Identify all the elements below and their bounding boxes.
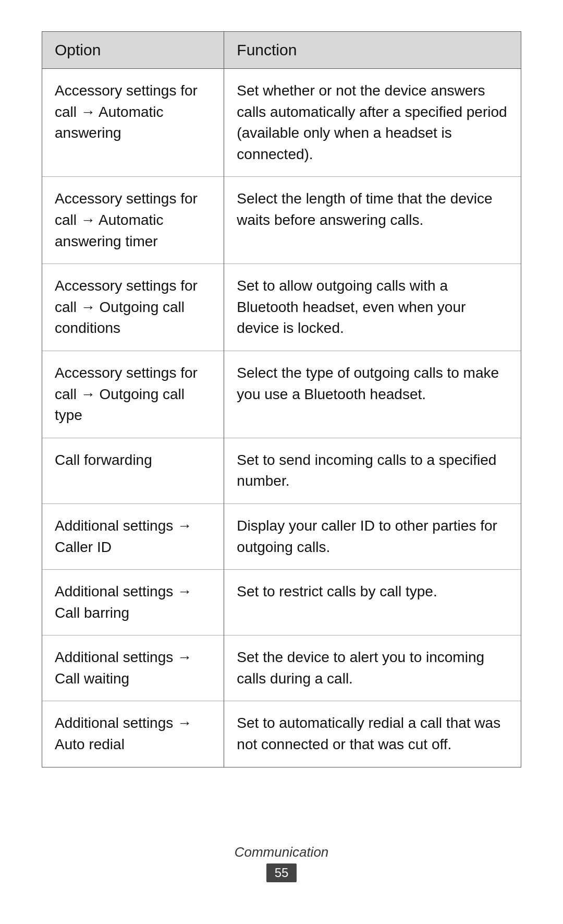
cell-option: Call forwarding (42, 438, 224, 503)
header-function: Function (224, 32, 521, 69)
cell-function: Set the device to alert you to incoming … (224, 635, 521, 701)
table-row: Accessory settings for call → Automatic … (42, 69, 521, 177)
page-footer: Communication 55 (42, 813, 521, 882)
cell-option: Additional settings → Caller ID (42, 503, 224, 569)
cell-function: Select the length of time that the devic… (224, 177, 521, 264)
cell-function: Set to automatically redial a call that … (224, 701, 521, 767)
table-row: Accessory settings for call → Outgoing c… (42, 351, 521, 438)
cell-option: Accessory settings for call → Outgoing c… (42, 264, 224, 351)
page-number: 55 (266, 863, 297, 882)
cell-option: Accessory settings for call → Automatic … (42, 177, 224, 264)
cell-function: Display your caller ID to other parties … (224, 503, 521, 569)
cell-option: Additional settings → Auto redial (42, 701, 224, 767)
table-header-row: Option Function (42, 32, 521, 69)
cell-option: Additional settings → Call barring (42, 570, 224, 635)
cell-function: Set whether or not the device answers ca… (224, 69, 521, 177)
cell-option: Accessory settings for call → Outgoing c… (42, 351, 224, 438)
cell-function: Set to restrict calls by call type. (224, 570, 521, 635)
table-row: Accessory settings for call → Outgoing c… (42, 264, 521, 351)
table-row: Accessory settings for call → Automatic … (42, 177, 521, 264)
cell-function: Set to allow outgoing calls with a Bluet… (224, 264, 521, 351)
header-option: Option (42, 32, 224, 69)
cell-function: Set to send incoming calls to a specifie… (224, 438, 521, 503)
footer-label: Communication (42, 844, 521, 860)
table-row: Additional settings → Call waitingSet th… (42, 635, 521, 701)
table-row: Additional settings → Auto redialSet to … (42, 701, 521, 767)
cell-function: Select the type of outgoing calls to mak… (224, 351, 521, 438)
cell-option: Accessory settings for call → Automatic … (42, 69, 224, 177)
table-row: Additional settings → Caller IDDisplay y… (42, 503, 521, 569)
table-row: Call forwardingSet to send incoming call… (42, 438, 521, 503)
settings-table: Option Function Accessory settings for c… (42, 31, 521, 767)
table-row: Additional settings → Call barringSet to… (42, 570, 521, 635)
cell-option: Additional settings → Call waiting (42, 635, 224, 701)
